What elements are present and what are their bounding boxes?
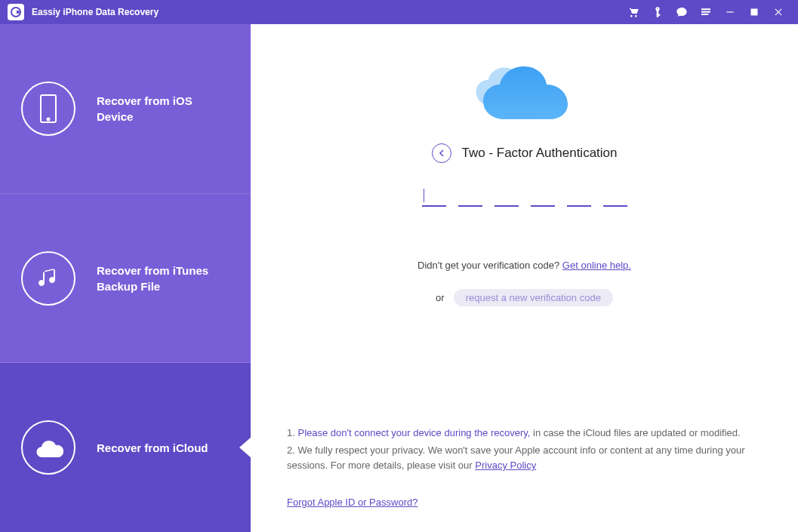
maximize-icon[interactable] [747, 5, 762, 20]
sidebar-item-icloud[interactable]: Recover from iCloud [0, 363, 251, 532]
code-digit-5[interactable] [567, 186, 591, 207]
key-icon[interactable] [650, 5, 665, 20]
note-1: 1. Please don't connect your device duri… [287, 426, 762, 441]
code-digit-1[interactable] [422, 186, 446, 207]
forgot-apple-id-link[interactable]: Forgot Apple ID or Password? [287, 495, 417, 511]
sidebar-item-itunes-backup[interactable]: Recover from iTunes Backup File [0, 194, 251, 364]
code-digit-3[interactable] [495, 186, 519, 207]
sidebar-item-ios-device[interactable]: Recover from iOS Device [0, 24, 251, 194]
code-digit-4[interactable] [531, 186, 555, 207]
svg-rect-1 [751, 9, 757, 15]
sidebar-item-label: Recover from iOS Device [97, 93, 193, 125]
main-area: Recover from iOS Device Recover from iTu… [0, 24, 798, 532]
icloud-large-icon [468, 60, 581, 131]
chat-icon[interactable] [674, 5, 689, 20]
request-code-button[interactable]: request a new verification code [454, 289, 613, 306]
svg-rect-0 [726, 11, 733, 12]
close-icon[interactable] [771, 5, 786, 20]
music-icon [21, 251, 75, 306]
app-logo [8, 4, 24, 20]
sidebar: Recover from iOS Device Recover from iTu… [0, 24, 251, 532]
online-help-link[interactable]: Get online help. [562, 260, 631, 271]
verification-code-inputs [422, 186, 627, 207]
back-button[interactable] [432, 143, 451, 163]
code-digit-6[interactable] [603, 186, 627, 207]
note-2: 2. We fully respect your privacy. We won… [287, 443, 762, 475]
notes-section: 1. Please don't connect your device duri… [287, 424, 762, 511]
title-bar: Eassiy iPhone Data Recovery [0, 0, 798, 24]
code-digit-2[interactable] [458, 186, 482, 207]
device-icon [21, 81, 75, 136]
minimize-icon[interactable] [723, 5, 738, 20]
page-heading: Two - Factor Authentication [462, 146, 618, 161]
app-title: Eassiy iPhone Data Recovery [32, 7, 159, 17]
sidebar-item-label: Recover from iCloud [97, 440, 208, 456]
help-text: Didn't get your verification code? Get o… [417, 260, 631, 271]
menu-icon[interactable] [698, 5, 713, 20]
or-label: or [436, 292, 445, 303]
svg-point-3 [48, 118, 50, 120]
privacy-policy-link[interactable]: Privacy Policy [475, 460, 536, 471]
cloud-icon [21, 420, 75, 475]
sidebar-item-label: Recover from iTunes Backup File [97, 263, 208, 294]
content-pane: Two - Factor Authentication Didn't get y… [251, 24, 798, 532]
cart-icon[interactable] [626, 5, 641, 20]
help-prefix: Didn't get your verification code? [417, 260, 562, 271]
